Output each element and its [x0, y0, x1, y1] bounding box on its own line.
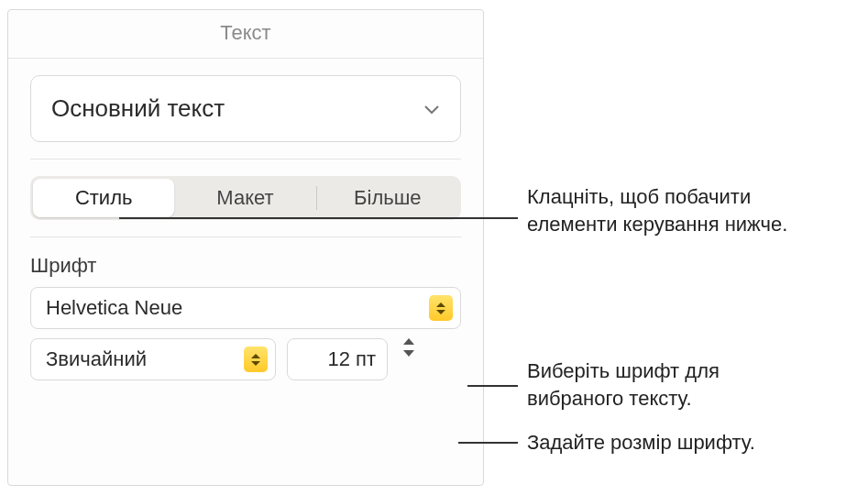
panel-title: Текст — [8, 10, 483, 58]
stepper-down-icon — [403, 350, 414, 357]
text-inspector-panel: Текст Основний текст Стиль Макет Більше … — [7, 9, 484, 486]
updown-icon — [244, 346, 268, 372]
callout-tabs-text: Клацніть, щоб побачити елементи керуванн… — [527, 183, 802, 237]
font-family-select[interactable]: Helvetica Neue — [30, 287, 461, 329]
divider — [8, 58, 483, 59]
tab-style[interactable]: Стиль — [33, 179, 174, 217]
font-weight-value: Звичайний — [46, 347, 147, 371]
callout-leader — [119, 217, 518, 219]
stepper-up-icon — [403, 338, 414, 345]
callout-leader — [458, 442, 518, 444]
font-size-field[interactable]: 12 пт — [287, 338, 388, 380]
font-size-stepper[interactable] — [399, 338, 419, 380]
divider — [30, 159, 461, 160]
font-family-value: Helvetica Neue — [46, 296, 182, 320]
tab-more[interactable]: Більше — [317, 179, 458, 217]
callout-font-size-text: Задайте розмір шрифту. — [527, 429, 857, 456]
divider — [30, 236, 461, 237]
updown-icon — [429, 295, 453, 321]
font-section-label: Шрифт — [30, 254, 461, 278]
paragraph-style-label: Основний текст — [51, 94, 225, 123]
paragraph-style-select[interactable]: Основний текст — [30, 75, 461, 142]
tab-layout[interactable]: Макет — [174, 179, 315, 217]
font-size-value: 12 пт — [301, 347, 381, 371]
tab-segmented-control: Стиль Макет Більше — [30, 176, 461, 220]
chevron-down-icon — [423, 104, 440, 115]
font-weight-select[interactable]: Звичайний — [30, 338, 276, 380]
callout-font-select-text: Виберіть шрифт для вибраного тексту. — [527, 358, 820, 412]
callout-leader — [467, 385, 518, 387]
